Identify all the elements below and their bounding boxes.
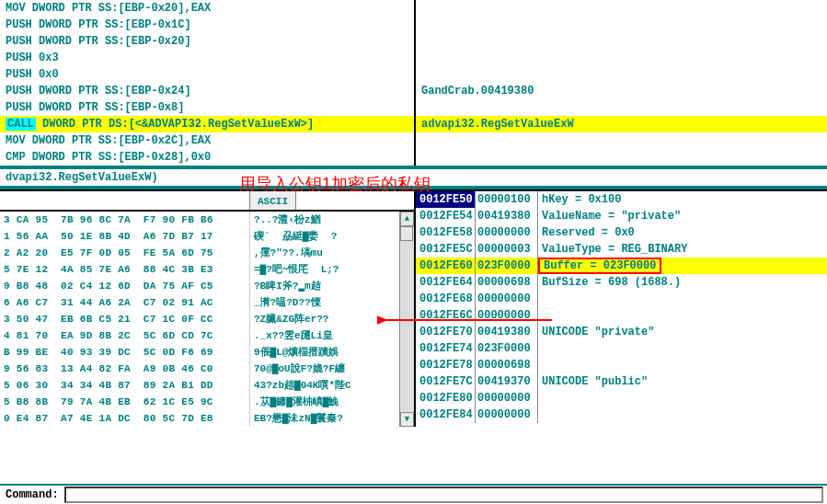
hex-row[interactable]: 9 56 83 13 A4 82 FA A9 0B 46 C070@▇oU說F?… — [0, 361, 414, 377]
stack-row[interactable]: 0012FE74023F0000 — [416, 340, 827, 357]
hex-row[interactable]: 0 E4 87 A7 4E 1A DC 80 5C 7D E8EB?懋▇沬zN▇… — [0, 410, 414, 427]
stack-row[interactable]: 0012FE7000419380UNICODE "private" — [416, 324, 827, 340]
scroll-down-icon[interactable]: ▼ — [400, 412, 414, 427]
ascii-header: ASCII — [250, 191, 296, 210]
command-bar: Command: — [0, 484, 827, 504]
disasm-line[interactable]: PUSH 0x0 — [0, 66, 827, 83]
hex-header: ASCII — [0, 191, 414, 212]
hex-row[interactable]: B 99 BE 40 93 39 DC 5C 0D F6 699倀▇L@爌椔搢蹟… — [0, 344, 414, 361]
disasm-line[interactable]: PUSH DWORD PTR SS:[EBP-0x20] — [0, 33, 827, 50]
command-input[interactable] — [64, 487, 823, 503]
scroll-up-icon[interactable]: ▲ — [400, 212, 414, 226]
hex-row[interactable]: 3 CA 95 7B 96 8C 7A F7 90 FB B6?..?澧‹枌z鰌 — [0, 212, 414, 228]
hex-row[interactable]: 5 06 30 34 34 4B 87 89 2A B1 DD43?zb趉▇04… — [0, 377, 414, 394]
hex-row[interactable]: 5 7E 12 4A 85 7E A6 88 4C 3B E3=▇?吧~恨厇 L… — [0, 261, 414, 278]
stack-row[interactable]: 0012FE5000000100hKey = 0x100 — [416, 191, 827, 208]
stack-row[interactable]: 0012FE7800000698 — [416, 357, 827, 373]
disasm-line[interactable]: PUSH 0x3 — [0, 50, 827, 66]
scroll-thumb[interactable] — [400, 226, 413, 241]
hex-row[interactable]: 4 81 70 EA 9D 8B 2C 5C 6D CD 7C._x??雴e躚L… — [0, 327, 414, 344]
hex-scrollbar[interactable]: ▲ ▼ — [399, 212, 414, 427]
command-label: Command: — [0, 488, 64, 501]
disasm-line[interactable]: CMP DWORD PTR SS:[EBP-0x28],0x0 — [0, 149, 827, 166]
stack-row[interactable]: 0012FE5400419380ValueName = "private" — [416, 208, 827, 224]
stack-row[interactable]: 0012FE6C00000000 — [416, 307, 827, 324]
hex-row[interactable]: 3 50 47 EB 6B C5 21 C7 1C 0F CC?Z臟&ZG阵er… — [0, 311, 414, 327]
hex-row[interactable]: 5 B8 8B 79 7A 4B EB 62 1C E5 9C.苁▇鏞▇灌枾嵮▇… — [0, 394, 414, 410]
stack-row[interactable]: 0012FE60023F0000Buffer = 023F0000 — [416, 258, 827, 274]
disasm-line[interactable]: PUSH DWORD PTR SS:[EBP-0x24]GandCrab.004… — [0, 83, 827, 99]
hex-row[interactable]: 2 A2 20 E5 7F 0D 05 FE 5A 6D 75,霪?"??.塙m… — [0, 245, 414, 261]
stack-row[interactable]: 0012FE5C00000003ValueType = REG_BINARY — [416, 241, 827, 258]
hex-dump-pane[interactable]: ASCII 3 CA 95 7B 96 8C 7A F7 90 FB B6?..… — [0, 191, 416, 427]
stack-pane[interactable]: 0012FE5000000100hKey = 0x1000012FE540041… — [416, 191, 827, 427]
disasm-line[interactable]: MOV DWORD PTR SS:[EBP-0x20],EAX — [0, 0, 827, 17]
hex-row[interactable]: 9 B8 48 02 C4 12 6D DA 75 AF C5?B睥I斧?▂m趌 — [0, 278, 414, 294]
stack-row[interactable]: 0012FE7C00419370UNICODE "public" — [416, 373, 827, 390]
stack-row[interactable]: 0012FE5800000000Reserved = 0x0 — [416, 224, 827, 241]
stack-row[interactable]: 0012FE6400000698BufSize = 698 (1688.) — [416, 274, 827, 291]
stack-row[interactable]: 0012FE6800000000 — [416, 291, 827, 307]
stack-row[interactable]: 0012FE8000000000 — [416, 390, 827, 407]
disasm-line[interactable]: PUSH DWORD PTR SS:[EBP-0x8] — [0, 99, 827, 116]
stack-row[interactable]: 0012FE8400000000 — [416, 407, 827, 423]
disasm-line[interactable]: CALL DWORD PTR DS:[<&ADVAPI32.RegSetValu… — [0, 116, 827, 132]
hex-row[interactable]: 1 56 AA 50 1E 8B 4D A6 7D B7 17碶` 刕綎▇嬊 ? — [0, 228, 414, 245]
disasm-line[interactable]: PUSH DWORD PTR SS:[EBP-0x1C] — [0, 17, 827, 33]
disassembly-pane[interactable]: MOV DWORD PTR SS:[EBP-0x20],EAXPUSH DWOR… — [0, 0, 827, 166]
disasm-line[interactable]: MOV DWORD PTR SS:[EBP-0x2C],EAX — [0, 132, 827, 149]
hex-row[interactable]: 6 A6 C7 31 44 A6 2A C7 02 91 AC_潸?嗢?D??慄 — [0, 294, 414, 311]
lower-panes: ASCII 3 CA 95 7B 96 8C 7A F7 90 FB B6?..… — [0, 189, 827, 427]
